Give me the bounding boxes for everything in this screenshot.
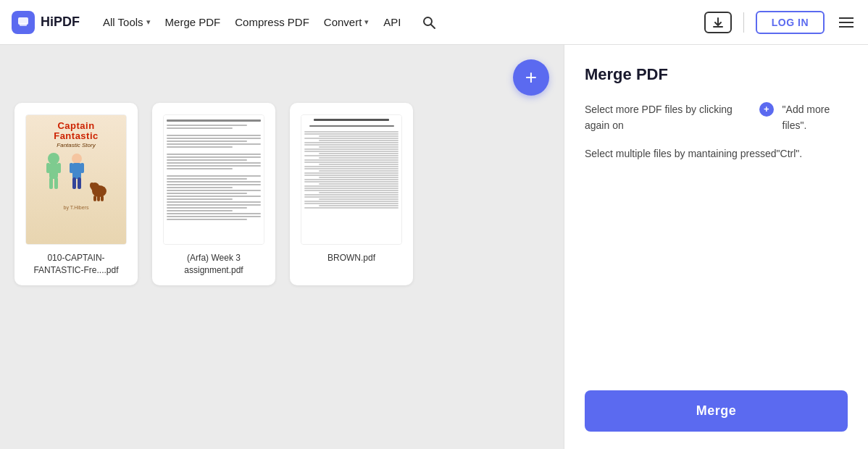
info-text-1: Select more PDF files by clicking again … [585,101,848,134]
file-name-2: (Arfa) Week 3 assignment.pdf [161,252,267,277]
chevron-down-icon: ▾ [146,17,151,27]
logo-text: HiPDF [41,14,80,30]
file-thumbnail-2 [163,114,264,245]
svg-rect-16 [78,177,81,189]
add-more-icon: + [759,102,774,117]
header: HiPDF All Tools ▾ Merge PDF Compress PDF… [0,0,868,45]
file-card-3[interactable]: BROWN.pdf [290,103,413,285]
file-name-1: 010-CAPTAIN-FANTASTIC-Fre....pdf [23,252,129,277]
svg-point-5 [48,153,59,164]
info-text-2: Select multiple files by mantaining pres… [585,146,848,161]
hamburger-menu-icon[interactable] [836,14,856,30]
svg-rect-13 [70,163,73,173]
divider [743,12,744,33]
file-name-3: BROWN.pdf [327,252,375,264]
file-thumbnail-1: CaptainFantastic Fantastic Story [25,114,127,245]
nav-all-tools[interactable]: All Tools ▾ [103,16,151,28]
merge-button[interactable]: Merge [585,390,848,432]
nav-convert[interactable]: Convert ▾ [324,16,370,28]
nav: All Tools ▾ Merge PDF Compress PDF Conve… [103,16,401,28]
svg-rect-8 [57,163,61,173]
svg-rect-22 [101,196,104,201]
svg-rect-21 [97,196,100,201]
svg-rect-20 [93,196,96,201]
download-button[interactable] [704,12,732,33]
login-button[interactable]: LOG IN [756,11,825,34]
panel-title: Merge PDF [585,65,848,84]
svg-rect-10 [54,177,58,189]
file-thumbnail-3 [301,114,402,245]
logo-icon [12,11,35,34]
logo-area: HiPDF [12,11,80,34]
file-card-2[interactable]: (Arfa) Week 3 assignment.pdf [152,103,275,285]
svg-line-3 [431,25,435,28]
search-icon[interactable] [422,15,436,30]
svg-rect-7 [46,163,50,173]
main-content: + CaptainFantastic Fantastic Story [0,45,868,449]
svg-point-19 [90,182,94,188]
files-grid: CaptainFantastic Fantastic Story [14,96,549,300]
spacer [585,173,848,390]
svg-rect-12 [72,163,81,179]
right-panel: Merge PDF Select more PDF files by click… [564,45,868,449]
svg-rect-14 [80,163,84,173]
svg-rect-15 [72,177,76,189]
left-panel: + CaptainFantastic Fantastic Story [0,45,564,449]
nav-merge-pdf[interactable]: Merge PDF [165,16,221,28]
svg-rect-9 [49,177,53,189]
svg-point-11 [72,154,82,164]
nav-api[interactable]: API [383,16,401,28]
file-card-1[interactable]: CaptainFantastic Fantastic Story [14,103,138,285]
chevron-down-icon: ▾ [364,17,369,27]
add-files-button[interactable]: + [513,59,549,96]
nav-compress-pdf[interactable]: Compress PDF [235,16,309,28]
svg-rect-6 [49,163,58,179]
header-right: LOG IN [704,11,856,34]
svg-rect-1 [20,23,27,26]
